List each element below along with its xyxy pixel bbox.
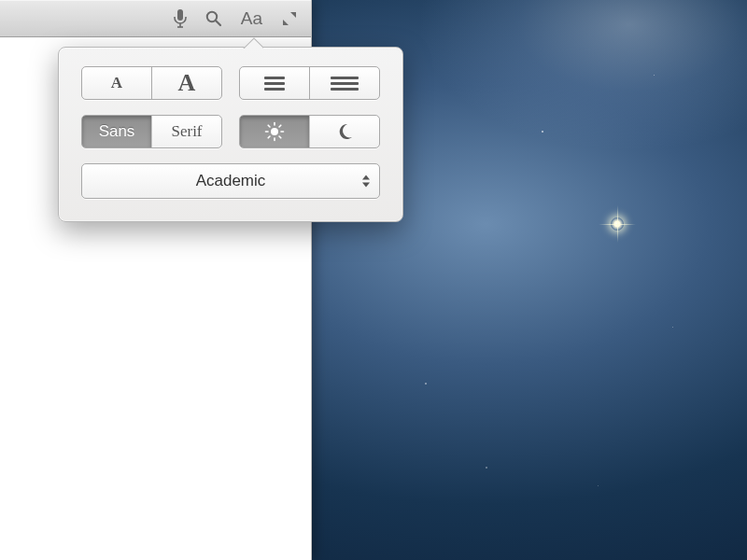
- svg-point-5: [271, 128, 278, 135]
- dictation-button[interactable]: [174, 9, 187, 28]
- fullscreen-icon: [281, 10, 298, 27]
- moon-icon: [335, 122, 354, 141]
- svg-line-10: [268, 125, 270, 127]
- wallpaper-star: [486, 467, 487, 469]
- font-size-control: A A: [81, 66, 222, 100]
- toolbar: Aa: [0, 0, 311, 37]
- text-size-icon: Aa: [241, 8, 262, 29]
- wallpaper-star: [654, 75, 655, 76]
- increase-font-size-button[interactable]: A: [151, 67, 221, 99]
- svg-rect-0: [177, 9, 183, 21]
- narrow-width-button[interactable]: [240, 67, 309, 99]
- wide-width-button[interactable]: [309, 67, 379, 99]
- wallpaper-star: [425, 383, 427, 385]
- wide-lines-icon: [331, 77, 359, 91]
- font-serif-label: Serif: [171, 122, 202, 141]
- wallpaper-bright-star: [611, 217, 624, 231]
- font-family-control: Sans Serif: [81, 115, 222, 148]
- font-serif-button[interactable]: Serif: [151, 116, 221, 147]
- font-sans-button[interactable]: Sans: [82, 116, 151, 147]
- style-preset-dropdown[interactable]: Academic: [81, 163, 380, 199]
- decrease-font-size-button[interactable]: A: [82, 67, 151, 99]
- font-sans-label: Sans: [99, 122, 135, 141]
- theme-control: [239, 115, 380, 148]
- wallpaper-star: [542, 131, 543, 133]
- wallpaper-nebula: [355, 0, 747, 243]
- letter-a-large-icon: A: [178, 69, 196, 97]
- reader-settings-popover: A A Sans Serif: [58, 47, 403, 222]
- fullscreen-button[interactable]: [281, 10, 298, 27]
- text-settings-button[interactable]: Aa: [241, 8, 262, 29]
- wallpaper-star: [598, 485, 599, 486]
- stepper-arrows-icon: [362, 175, 370, 188]
- popover-arrow: [243, 37, 263, 49]
- light-theme-button[interactable]: [240, 116, 309, 147]
- svg-line-13: [279, 125, 281, 127]
- search-button[interactable]: [205, 10, 222, 27]
- dark-theme-button[interactable]: [309, 116, 379, 147]
- microphone-icon: [174, 9, 187, 28]
- narrow-lines-icon: [264, 77, 285, 91]
- wallpaper-star: [672, 327, 673, 328]
- search-icon: [205, 10, 222, 27]
- letter-a-small-icon: A: [111, 74, 122, 92]
- style-preset-label: Academic: [196, 172, 266, 190]
- svg-line-4: [216, 21, 220, 25]
- sun-icon: [264, 121, 285, 142]
- svg-line-12: [268, 136, 270, 138]
- column-width-control: [239, 66, 380, 100]
- svg-line-11: [279, 136, 281, 138]
